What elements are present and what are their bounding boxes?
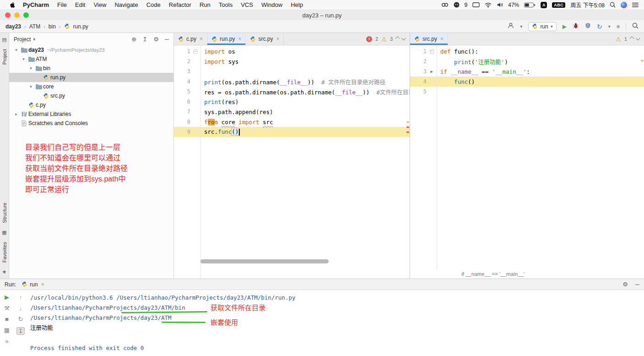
console-output[interactable]: 获取文件所在目录 嵌套使用 /usr/local/bin/python3.6 /… [27, 290, 644, 356]
warning-stripe-mark[interactable] [641, 60, 644, 61]
project-panel-title[interactable]: Project [14, 36, 31, 43]
code-line-3[interactable]: 3 [174, 66, 410, 77]
close-tab-icon[interactable]: × [41, 281, 44, 288]
wifi-icon[interactable] [485, 2, 492, 8]
code-line-4[interactable]: 4 func() [410, 77, 644, 87]
code-line-3[interactable]: 3▶if __name__ == '__main__': [410, 66, 644, 77]
chat-app-icon[interactable] [454, 2, 460, 8]
menu-view[interactable]: View [89, 1, 110, 8]
menu-vcs[interactable]: VCS [237, 1, 257, 8]
scroll-to-end-button[interactable]: ↧ [16, 327, 25, 335]
ime-abc-badge[interactable]: ABC [552, 2, 565, 8]
editor-breadcrumb[interactable]: if __name__ == '__main__' [410, 269, 644, 279]
code-line-1[interactable]: 1−def func(): [410, 46, 644, 56]
code-line-8[interactable]: 8from core import src [174, 117, 410, 127]
tab-c.py[interactable]: c.py× [174, 33, 207, 45]
restore-layout-button[interactable]: ▦ [4, 327, 10, 333]
close-tab-icon[interactable]: × [440, 36, 444, 42]
code-editor-runpy[interactable]: 1−import os2import sys34print(os.path.di… [174, 45, 410, 279]
more-actions-button[interactable]: » [5, 338, 8, 344]
notification-center-icon[interactable] [632, 2, 639, 8]
breadcrumb-item-run.py[interactable]: run.py [73, 23, 88, 30]
code-line-5[interactable]: 5res = os.path.dirname(os.path.dirname(_… [174, 87, 410, 97]
tab-run.py[interactable]: run.py× [207, 33, 246, 45]
tree-chevron-icon[interactable]: ▾ [13, 48, 20, 52]
rerun-button[interactable]: ▶ [5, 294, 9, 300]
user-dropdown-icon[interactable]: ▾ [520, 24, 522, 29]
tree-chevron-icon[interactable]: ▾ [20, 57, 27, 61]
up-stack-trace-button[interactable]: ↑ [19, 294, 22, 300]
run-button[interactable]: ▶ [563, 23, 567, 30]
run-line-icon[interactable]: ▶ [430, 69, 433, 74]
display-icon[interactable] [472, 2, 480, 8]
error-stripe-mark[interactable] [406, 126, 409, 128]
project-settings-gear-icon[interactable]: ⚙ [153, 36, 159, 43]
project-view-dropdown-icon[interactable]: ▾ [33, 37, 35, 42]
breadcrumb-item-ATM[interactable]: ATM [29, 23, 40, 30]
code-line-9[interactable]: 9src.func() [174, 127, 410, 137]
menu-file[interactable]: File [53, 1, 71, 8]
tree-item-Scratches and Consoles[interactable]: Scratches and Consoles [9, 119, 173, 128]
tree-item-ATM[interactable]: ▾ATM [9, 55, 173, 64]
code-line-1[interactable]: 1−import os [174, 46, 410, 56]
fold-marker-icon[interactable]: − [430, 49, 434, 54]
previous-occurrence-icon[interactable] [630, 36, 634, 41]
tab-src.py[interactable]: src.py× [246, 33, 284, 45]
code-editor-srcpy[interactable]: 1−def func():2 print('注册功能')3▶if __name_… [410, 45, 644, 269]
profiler-button[interactable]: ↻ [597, 23, 602, 30]
error-stripe[interactable] [640, 45, 644, 269]
coverage-button[interactable]: C [585, 22, 591, 30]
next-occurrence-icon[interactable] [401, 36, 406, 40]
tree-item-bin[interactable]: ▾bin [9, 64, 173, 73]
apple-menu-icon[interactable] [5, 1, 19, 8]
profiler-dropdown-icon[interactable]: ▾ [608, 24, 611, 29]
tool-button-project[interactable]: Project [2, 49, 7, 65]
tree-chevron-icon[interactable]: ▾ [27, 66, 34, 71]
battery-icon[interactable] [524, 2, 536, 8]
spotlight-search-icon[interactable] [610, 2, 616, 8]
code-line-5[interactable]: 5 [410, 87, 644, 97]
tree-item-c.py[interactable]: c.py [9, 100, 173, 110]
next-occurrence-icon[interactable] [636, 36, 640, 40]
build-tools-icon[interactable]: ⚒ [4, 305, 10, 311]
tree-item-External Libraries[interactable]: ▸External Libraries [9, 110, 173, 119]
locate-file-button[interactable]: ⊕ [131, 36, 136, 43]
fold-marker-icon[interactable]: − [194, 49, 198, 54]
siri-icon[interactable] [621, 2, 627, 8]
close-tab-icon[interactable]: × [200, 36, 203, 42]
error-stripe-mark[interactable] [406, 131, 409, 133]
error-stripe[interactable] [406, 45, 410, 279]
menu-help[interactable]: Help [287, 1, 307, 8]
tool-button-favorites[interactable]: Favorites [2, 242, 7, 263]
code-line-6[interactable]: 6print(res) [174, 97, 410, 107]
soft-wrap-button[interactable]: ↻ [18, 316, 23, 322]
tree-item-run.py[interactable]: run.py [9, 73, 173, 82]
code-line-2[interactable]: 2import sys [174, 56, 410, 66]
menu-pycharm[interactable]: PyCharm [19, 1, 53, 8]
breadcrumb-item-bin[interactable]: bin [49, 23, 56, 30]
code-line-7[interactable]: 7sys.path.append(res) [174, 107, 410, 117]
close-tab-icon[interactable]: × [276, 36, 279, 42]
run-configuration-select[interactable]: run ▾ [528, 22, 556, 31]
code-line-2[interactable]: 2 print('注册功能') [410, 56, 644, 66]
tree-chevron-icon[interactable]: ▾ [27, 84, 34, 89]
warning-stripe-mark[interactable] [406, 121, 409, 123]
menu-refactor[interactable]: Refactor [165, 1, 195, 8]
stop-button[interactable]: ■ [617, 23, 620, 30]
hide-run-panel-button[interactable]: ─ [635, 281, 639, 288]
debug-button[interactable] [573, 22, 579, 30]
horizontal-scrollbar[interactable] [200, 259, 404, 264]
run-tab[interactable]: run × [22, 281, 44, 288]
collapse-all-button[interactable]: ↥ [142, 36, 147, 43]
tab-src.py[interactable]: src.py× [410, 33, 448, 45]
tree-item-day23[interactable]: ▾day23~/PycharmProjects/day23 [9, 45, 173, 55]
tree-item-core[interactable]: ▾core [9, 82, 173, 91]
user-icon[interactable] [508, 22, 514, 30]
breadcrumb-item-day23[interactable]: day23 [5, 23, 21, 30]
menubar-clock[interactable]: 周五 下午5:08 [570, 1, 605, 9]
menu-code[interactable]: Code [142, 1, 165, 8]
menu-tools[interactable]: Tools [215, 1, 237, 8]
menu-window[interactable]: Window [257, 1, 287, 8]
stop-process-button[interactable]: ■ [5, 316, 9, 322]
tool-button-structure[interactable]: Structure [2, 203, 7, 223]
